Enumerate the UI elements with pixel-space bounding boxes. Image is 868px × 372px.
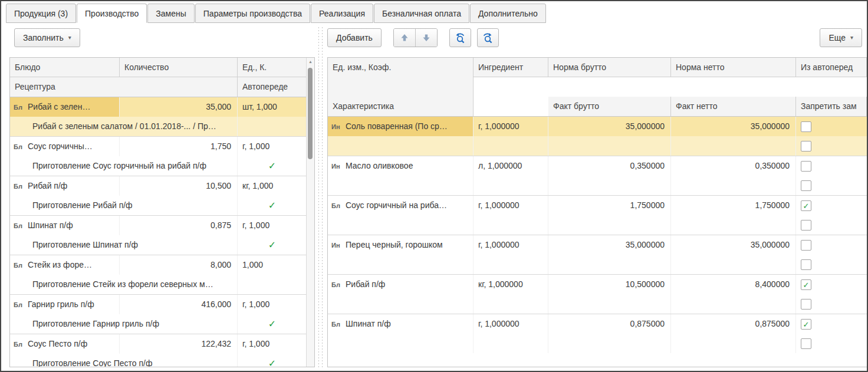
ingredient-row[interactable]: БлРибай п/фкг, 1,00000010,5000008,400000… <box>328 275 867 294</box>
tab-production[interactable]: Производство <box>77 4 147 23</box>
characteristic-row[interactable] <box>328 294 867 314</box>
column-header-quantity[interactable]: Количество <box>120 58 238 77</box>
unit-coef-cell[interactable]: г, 1,000000 <box>474 117 548 136</box>
tab-production-params[interactable]: Параметры производства <box>195 4 310 23</box>
tab-products[interactable]: Продукция (3) <box>6 4 76 23</box>
tab-additional[interactable]: Дополнительно <box>470 4 546 23</box>
quantity-cell[interactable]: 8,000 <box>120 255 238 275</box>
net-fact-cell[interactable] <box>671 176 796 195</box>
scrollbar-thumb[interactable] <box>308 68 313 159</box>
unit-cell[interactable]: 1,000 <box>238 255 307 275</box>
net-fact-cell[interactable] <box>671 136 796 156</box>
net-norm-cell[interactable]: 0,350000 <box>671 156 796 176</box>
unit-coef-cell[interactable]: г, 1,000000 <box>474 196 548 215</box>
ingredient-row[interactable]: ИнПерец черный, горошкомг, 1,00000035,00… <box>328 235 867 255</box>
unit-coef-sub-cell[interactable] <box>474 255 548 274</box>
search-forward-button[interactable] <box>477 28 499 47</box>
column-header-unit-coef[interactable]: Ед. изм., Коэф. <box>328 58 474 97</box>
dish-cell[interactable]: БлСтейк из форе… <box>10 255 120 275</box>
ingredient-row[interactable]: БлСоус горчичный на риба…г, 1,0000001,75… <box>328 196 867 215</box>
characteristic-cell[interactable] <box>328 294 474 314</box>
recipe-row[interactable]: Приготовление Соус Песто п/ф✓ <box>10 354 307 367</box>
search-back-button[interactable] <box>449 28 471 47</box>
column-header-recipe[interactable]: Рецептура <box>10 77 238 97</box>
net-norm-cell[interactable]: 35,000000 <box>671 117 796 136</box>
forbid-replace-checkbox[interactable] <box>801 180 811 191</box>
dish-cell[interactable]: БлСоус горчичны… <box>10 137 120 156</box>
add-button[interactable]: Добавить <box>327 28 382 47</box>
autotransfer-check-cell[interactable] <box>238 275 307 294</box>
dish-row[interactable]: БлШпинат п/ф0,875г, 1,000 <box>10 216 307 235</box>
unit-coef-sub-cell[interactable] <box>474 334 548 353</box>
characteristic-row[interactable] <box>328 255 867 274</box>
gross-norm-cell[interactable]: 35,000000 <box>548 117 671 136</box>
gross-norm-cell[interactable]: 10,500000 <box>548 275 671 294</box>
from-autotransfer-checkbox[interactable]: ✓ <box>801 200 811 211</box>
dish-row[interactable]: БлРибай п/ф10,500кг, 1,000 <box>10 176 307 196</box>
gross-norm-cell[interactable]: 35,000000 <box>548 235 671 255</box>
ingredient-row[interactable]: БлШпинат п/фг, 1,0000000,8750000,875000✓ <box>328 314 867 334</box>
gross-norm-cell[interactable]: 0,875000 <box>548 314 671 334</box>
unit-coef-sub-cell[interactable] <box>474 176 548 195</box>
more-button[interactable]: Еще ▾ <box>820 28 862 47</box>
autotransfer-check-cell[interactable] <box>238 117 307 136</box>
from-autotransfer-checkbox[interactable] <box>801 240 811 251</box>
forbid-replace-checkbox[interactable] <box>801 259 811 270</box>
column-header-from-autotransfer[interactable]: Из автоперед <box>796 58 867 77</box>
recipe-cell[interactable]: Приготовление Стейк из форели северных м… <box>10 275 238 294</box>
quantity-cell[interactable]: 10,500 <box>120 176 238 196</box>
recipe-row[interactable]: Приготовление Рибай п/ф✓ <box>10 196 307 215</box>
characteristic-row[interactable] <box>328 176 867 195</box>
recipe-cell[interactable]: Приготовление Гарнир гриль п/ф <box>10 314 238 334</box>
recipe-row[interactable]: Приготовление Шпинат п/ф✓ <box>10 235 307 255</box>
unit-cell[interactable]: г, 1,000 <box>238 216 307 235</box>
gross-norm-cell[interactable]: 1,750000 <box>548 196 671 215</box>
forbid-replace-checkbox[interactable] <box>801 220 811 231</box>
autotransfer-check-cell[interactable]: ✓ <box>238 196 307 215</box>
column-header-net-fact[interactable]: Факт нетто <box>671 97 796 116</box>
recipe-cell[interactable]: Приготовление Соус горчичный на рибай п/… <box>10 156 238 176</box>
recipe-row[interactable]: Приготовление Стейк из форели северных м… <box>10 275 307 294</box>
move-up-button[interactable] <box>394 29 415 47</box>
unit-coef-cell[interactable]: кг, 1,000000 <box>474 275 548 294</box>
column-header-characteristic[interactable]: Характеристика <box>328 97 474 116</box>
dish-cell[interactable]: БлСоус Песто п/ф <box>10 334 120 354</box>
move-down-button[interactable] <box>415 29 437 47</box>
quantity-cell[interactable]: 35,000 <box>120 97 238 117</box>
ingredient-cell[interactable]: ИнПерец черный, горошком <box>328 235 474 255</box>
unit-cell[interactable]: г, 1,000 <box>238 295 307 314</box>
dish-row[interactable]: БлСоус Песто п/ф122,432г, 1,000 <box>10 334 307 354</box>
characteristic-cell[interactable] <box>328 176 474 195</box>
characteristic-row[interactable] <box>328 334 867 353</box>
column-header-gross-fact[interactable]: Факт брутто <box>548 97 671 116</box>
unit-cell[interactable]: г, 1,000 <box>238 137 307 156</box>
forbid-replace-checkbox[interactable] <box>801 299 811 310</box>
gross-fact-cell[interactable] <box>548 215 671 235</box>
ingredient-cell[interactable]: БлРибай п/ф <box>328 275 474 294</box>
unit-coef-cell[interactable]: г, 1,000000 <box>474 235 548 255</box>
unit-coef-sub-cell[interactable] <box>474 136 548 156</box>
recipe-cell[interactable]: Приготовление Рибай п/ф <box>10 196 238 215</box>
ingredient-row[interactable]: ИнМасло оливковоел, 1,0000000,3500000,35… <box>328 156 867 176</box>
dish-row[interactable]: БлСтейк из форе…8,0001,000 <box>10 255 307 275</box>
dish-cell[interactable]: БлРибай п/ф <box>10 176 120 196</box>
gross-fact-cell[interactable] <box>548 136 671 156</box>
column-header-ingredient[interactable]: Ингредиент <box>474 58 548 77</box>
unit-cell[interactable]: шт, 1,000 <box>238 97 307 117</box>
gross-norm-cell[interactable]: 0,350000 <box>548 156 671 176</box>
column-header-autotransfer[interactable]: Автопереде <box>238 77 307 97</box>
ingredient-cell[interactable]: БлШпинат п/ф <box>328 314 474 334</box>
recipe-cell[interactable]: Рибай с зеленым салатом / 01.01.2018-...… <box>10 117 238 136</box>
recipe-cell[interactable]: Приготовление Соус Песто п/ф <box>10 354 238 367</box>
column-header-forbid-replace[interactable]: Запретить зам <box>796 97 867 116</box>
unit-coef-sub-cell[interactable] <box>474 294 548 314</box>
autotransfer-check-cell[interactable]: ✓ <box>238 354 307 367</box>
unit-coef-cell[interactable]: г, 1,000000 <box>474 314 548 334</box>
column-header-net-norm[interactable]: Норма нетто <box>671 58 796 77</box>
quantity-cell[interactable]: 122,432 <box>120 334 238 354</box>
net-fact-cell[interactable] <box>671 294 796 314</box>
quantity-cell[interactable]: 0,875 <box>120 216 238 235</box>
quantity-cell[interactable]: 1,750 <box>120 137 238 156</box>
from-autotransfer-checkbox[interactable] <box>801 161 811 172</box>
recipe-row[interactable]: Приготовление Гарнир гриль п/ф✓ <box>10 314 307 334</box>
